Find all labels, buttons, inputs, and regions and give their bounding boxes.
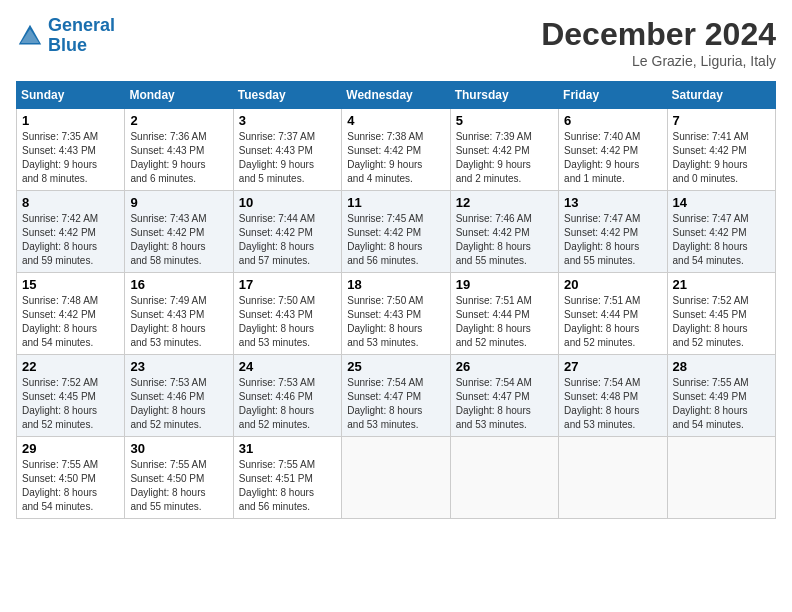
- day-info: Sunrise: 7:53 AM Sunset: 4:46 PM Dayligh…: [239, 376, 336, 432]
- calendar-day-15: 15Sunrise: 7:48 AM Sunset: 4:42 PM Dayli…: [17, 273, 125, 355]
- col-header-thursday: Thursday: [450, 82, 558, 109]
- day-number: 16: [130, 277, 227, 292]
- calendar-day-24: 24Sunrise: 7:53 AM Sunset: 4:46 PM Dayli…: [233, 355, 341, 437]
- day-info: Sunrise: 7:35 AM Sunset: 4:43 PM Dayligh…: [22, 130, 119, 186]
- day-info: Sunrise: 7:55 AM Sunset: 4:51 PM Dayligh…: [239, 458, 336, 514]
- day-number: 27: [564, 359, 661, 374]
- col-header-tuesday: Tuesday: [233, 82, 341, 109]
- day-info: Sunrise: 7:52 AM Sunset: 4:45 PM Dayligh…: [673, 294, 770, 350]
- calendar-day-8: 8Sunrise: 7:42 AM Sunset: 4:42 PM Daylig…: [17, 191, 125, 273]
- day-info: Sunrise: 7:55 AM Sunset: 4:49 PM Dayligh…: [673, 376, 770, 432]
- calendar-week-1: 1Sunrise: 7:35 AM Sunset: 4:43 PM Daylig…: [17, 109, 776, 191]
- day-info: Sunrise: 7:47 AM Sunset: 4:42 PM Dayligh…: [564, 212, 661, 268]
- day-info: Sunrise: 7:39 AM Sunset: 4:42 PM Dayligh…: [456, 130, 553, 186]
- calendar-day-10: 10Sunrise: 7:44 AM Sunset: 4:42 PM Dayli…: [233, 191, 341, 273]
- day-info: Sunrise: 7:54 AM Sunset: 4:48 PM Dayligh…: [564, 376, 661, 432]
- day-number: 29: [22, 441, 119, 456]
- calendar-day-21: 21Sunrise: 7:52 AM Sunset: 4:45 PM Dayli…: [667, 273, 775, 355]
- calendar-day-23: 23Sunrise: 7:53 AM Sunset: 4:46 PM Dayli…: [125, 355, 233, 437]
- calendar-day-30: 30Sunrise: 7:55 AM Sunset: 4:50 PM Dayli…: [125, 437, 233, 519]
- day-info: Sunrise: 7:47 AM Sunset: 4:42 PM Dayligh…: [673, 212, 770, 268]
- calendar-day-7: 7Sunrise: 7:41 AM Sunset: 4:42 PM Daylig…: [667, 109, 775, 191]
- calendar-day-empty: [667, 437, 775, 519]
- calendar-day-12: 12Sunrise: 7:46 AM Sunset: 4:42 PM Dayli…: [450, 191, 558, 273]
- calendar-week-2: 8Sunrise: 7:42 AM Sunset: 4:42 PM Daylig…: [17, 191, 776, 273]
- logo: General Blue: [16, 16, 115, 56]
- title-block: December 2024 Le Grazie, Liguria, Italy: [541, 16, 776, 69]
- day-info: Sunrise: 7:55 AM Sunset: 4:50 PM Dayligh…: [130, 458, 227, 514]
- day-number: 6: [564, 113, 661, 128]
- col-header-saturday: Saturday: [667, 82, 775, 109]
- day-info: Sunrise: 7:50 AM Sunset: 4:43 PM Dayligh…: [347, 294, 444, 350]
- calendar-day-16: 16Sunrise: 7:49 AM Sunset: 4:43 PM Dayli…: [125, 273, 233, 355]
- day-number: 2: [130, 113, 227, 128]
- day-info: Sunrise: 7:38 AM Sunset: 4:42 PM Dayligh…: [347, 130, 444, 186]
- calendar-day-2: 2Sunrise: 7:36 AM Sunset: 4:43 PM Daylig…: [125, 109, 233, 191]
- page-header: General Blue December 2024 Le Grazie, Li…: [16, 16, 776, 69]
- calendar-day-27: 27Sunrise: 7:54 AM Sunset: 4:48 PM Dayli…: [559, 355, 667, 437]
- location: Le Grazie, Liguria, Italy: [541, 53, 776, 69]
- calendar-day-9: 9Sunrise: 7:43 AM Sunset: 4:42 PM Daylig…: [125, 191, 233, 273]
- day-number: 15: [22, 277, 119, 292]
- calendar-day-14: 14Sunrise: 7:47 AM Sunset: 4:42 PM Dayli…: [667, 191, 775, 273]
- day-number: 4: [347, 113, 444, 128]
- calendar-day-26: 26Sunrise: 7:54 AM Sunset: 4:47 PM Dayli…: [450, 355, 558, 437]
- calendar-day-4: 4Sunrise: 7:38 AM Sunset: 4:42 PM Daylig…: [342, 109, 450, 191]
- calendar-day-31: 31Sunrise: 7:55 AM Sunset: 4:51 PM Dayli…: [233, 437, 341, 519]
- day-number: 24: [239, 359, 336, 374]
- day-info: Sunrise: 7:50 AM Sunset: 4:43 PM Dayligh…: [239, 294, 336, 350]
- day-info: Sunrise: 7:36 AM Sunset: 4:43 PM Dayligh…: [130, 130, 227, 186]
- calendar-day-19: 19Sunrise: 7:51 AM Sunset: 4:44 PM Dayli…: [450, 273, 558, 355]
- calendar-week-3: 15Sunrise: 7:48 AM Sunset: 4:42 PM Dayli…: [17, 273, 776, 355]
- calendar-day-empty: [559, 437, 667, 519]
- day-number: 21: [673, 277, 770, 292]
- col-header-sunday: Sunday: [17, 82, 125, 109]
- col-header-wednesday: Wednesday: [342, 82, 450, 109]
- day-number: 22: [22, 359, 119, 374]
- day-number: 11: [347, 195, 444, 210]
- day-info: Sunrise: 7:53 AM Sunset: 4:46 PM Dayligh…: [130, 376, 227, 432]
- calendar-day-5: 5Sunrise: 7:39 AM Sunset: 4:42 PM Daylig…: [450, 109, 558, 191]
- day-info: Sunrise: 7:37 AM Sunset: 4:43 PM Dayligh…: [239, 130, 336, 186]
- calendar-day-13: 13Sunrise: 7:47 AM Sunset: 4:42 PM Dayli…: [559, 191, 667, 273]
- day-number: 1: [22, 113, 119, 128]
- day-number: 26: [456, 359, 553, 374]
- day-number: 20: [564, 277, 661, 292]
- calendar-table: SundayMondayTuesdayWednesdayThursdayFrid…: [16, 81, 776, 519]
- day-info: Sunrise: 7:42 AM Sunset: 4:42 PM Dayligh…: [22, 212, 119, 268]
- day-number: 7: [673, 113, 770, 128]
- day-info: Sunrise: 7:44 AM Sunset: 4:42 PM Dayligh…: [239, 212, 336, 268]
- day-info: Sunrise: 7:48 AM Sunset: 4:42 PM Dayligh…: [22, 294, 119, 350]
- calendar-week-4: 22Sunrise: 7:52 AM Sunset: 4:45 PM Dayli…: [17, 355, 776, 437]
- day-info: Sunrise: 7:55 AM Sunset: 4:50 PM Dayligh…: [22, 458, 119, 514]
- calendar-day-11: 11Sunrise: 7:45 AM Sunset: 4:42 PM Dayli…: [342, 191, 450, 273]
- day-info: Sunrise: 7:52 AM Sunset: 4:45 PM Dayligh…: [22, 376, 119, 432]
- calendar-day-22: 22Sunrise: 7:52 AM Sunset: 4:45 PM Dayli…: [17, 355, 125, 437]
- day-number: 12: [456, 195, 553, 210]
- calendar-week-5: 29Sunrise: 7:55 AM Sunset: 4:50 PM Dayli…: [17, 437, 776, 519]
- day-number: 19: [456, 277, 553, 292]
- day-info: Sunrise: 7:41 AM Sunset: 4:42 PM Dayligh…: [673, 130, 770, 186]
- day-info: Sunrise: 7:51 AM Sunset: 4:44 PM Dayligh…: [456, 294, 553, 350]
- day-number: 13: [564, 195, 661, 210]
- calendar-day-25: 25Sunrise: 7:54 AM Sunset: 4:47 PM Dayli…: [342, 355, 450, 437]
- day-info: Sunrise: 7:45 AM Sunset: 4:42 PM Dayligh…: [347, 212, 444, 268]
- day-number: 30: [130, 441, 227, 456]
- day-number: 5: [456, 113, 553, 128]
- calendar-day-empty: [342, 437, 450, 519]
- calendar-day-3: 3Sunrise: 7:37 AM Sunset: 4:43 PM Daylig…: [233, 109, 341, 191]
- calendar-day-20: 20Sunrise: 7:51 AM Sunset: 4:44 PM Dayli…: [559, 273, 667, 355]
- calendar-day-6: 6Sunrise: 7:40 AM Sunset: 4:42 PM Daylig…: [559, 109, 667, 191]
- day-info: Sunrise: 7:54 AM Sunset: 4:47 PM Dayligh…: [456, 376, 553, 432]
- day-number: 28: [673, 359, 770, 374]
- logo-text: General Blue: [48, 16, 115, 56]
- day-info: Sunrise: 7:54 AM Sunset: 4:47 PM Dayligh…: [347, 376, 444, 432]
- logo-icon: [16, 22, 44, 50]
- col-header-monday: Monday: [125, 82, 233, 109]
- day-number: 3: [239, 113, 336, 128]
- month-title: December 2024: [541, 16, 776, 53]
- calendar-day-18: 18Sunrise: 7:50 AM Sunset: 4:43 PM Dayli…: [342, 273, 450, 355]
- calendar-day-28: 28Sunrise: 7:55 AM Sunset: 4:49 PM Dayli…: [667, 355, 775, 437]
- day-number: 10: [239, 195, 336, 210]
- calendar-day-17: 17Sunrise: 7:50 AM Sunset: 4:43 PM Dayli…: [233, 273, 341, 355]
